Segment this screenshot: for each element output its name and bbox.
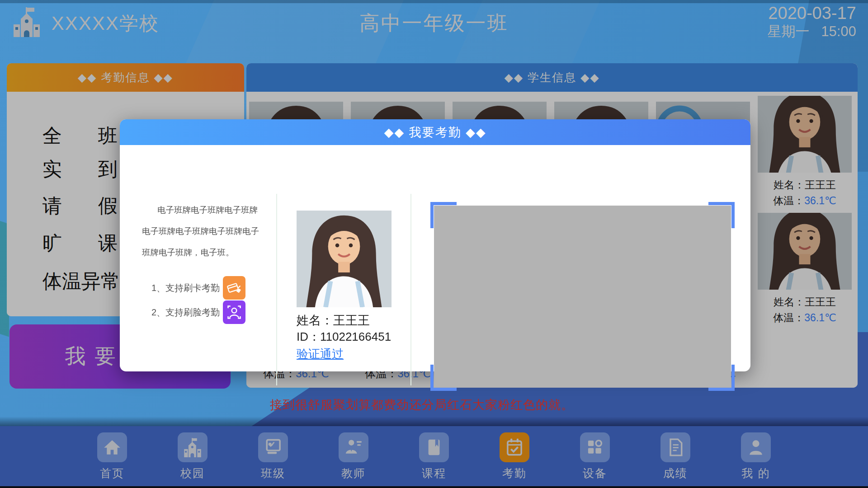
attendance-modal-body: 电子班牌电子班牌电子班牌 电子班牌电子班牌电子班牌电子 班牌电子班牌，电子班。 … [120,145,750,371]
date-text: 2020-03-17 [767,4,856,23]
home-icon [97,432,127,462]
card-swipe-icon [223,276,245,300]
nav-item-label: 班级 [261,466,285,481]
class-title: 高中一年级一班 [0,10,868,37]
face-scan-icon [223,300,245,324]
course-book-icon [419,432,449,462]
id-value: 11022166451 [320,330,391,343]
student-card[interactable]: 姓名：王王王体温：36.1℃ [758,96,852,208]
weekday-time-text: 星期一15:00 [767,23,856,40]
student-id-row: ID：11022166451 [297,329,391,345]
nav-item-label: 考勤 [502,466,527,481]
student-panel-header: ◆◆ 学生信息 ◆◆ [246,63,858,92]
modal-intro-text: 电子班牌电子班牌电子班牌 电子班牌电子班牌电子班牌电子 班牌电子班牌，电子班。 [142,199,263,263]
intro-line: 电子班牌电子班牌电子班牌电子 [142,221,263,242]
student-photo [758,213,852,290]
viewfinder-corner-icon [430,202,457,228]
id-label: ID： [297,330,320,343]
nav-shadow [0,417,868,426]
feature-text: 2、支持刷脸考勤 [151,306,223,319]
datetime-block: 2020-03-17 星期一15:00 [767,4,856,39]
student-name-line: 姓名：王王王 [758,178,852,192]
weekday-text: 星期一 [767,23,809,39]
nav-item-label: 设备 [583,466,607,481]
school-icon [178,432,208,462]
student-name-row: 姓名：王王王 [297,312,370,328]
time-text: 15:00 [821,23,856,39]
camera-preview-area [434,206,731,387]
student-photo [297,211,392,307]
attendance-row-label: 体温异常 [42,268,118,295]
student-photo [758,96,852,173]
attendance-panel-header: ◆◆ 考勤信息 ◆◆ [7,63,244,92]
attendance-calendar-icon [500,432,529,462]
nav-item-label: 校园 [180,466,205,481]
nav-item-teacher[interactable]: 教师 [313,426,394,486]
attendance-row: 实到 [42,156,118,183]
modal-divider [276,194,277,385]
bottom-edge-strip [0,486,868,488]
nav-item-home[interactable]: 首页 [72,426,152,486]
nav-item-label: 成绩 [663,466,688,481]
viewfinder-corner-icon [708,202,735,228]
class-board-screen: XXXXX学校 高中一年级一班 2020-03-17 星期一15:00 ◆◆ 考… [0,0,868,488]
attendance-row-label: 全班 [42,123,118,149]
attendance-row-label: 请假 [42,193,118,219]
nav-item-school[interactable]: 校园 [152,426,233,486]
camera-viewfinder [430,202,735,391]
student-temperature-line: 体温：36.1℃ [758,311,852,325]
name-value: 王王王 [333,314,370,327]
nav-item-label: 我 的 [742,466,770,481]
profile-icon [741,432,771,462]
nav-item-profile[interactable]: 我 的 [716,426,796,486]
feature-card-attendance: 1、支持刷卡考勤 [151,276,269,300]
feature-text: 1、支持刷卡考勤 [151,282,223,294]
nav-item-label: 首页 [100,466,124,481]
bottom-nav-items: 首页校园班级教师课程考勤设备成绩我 的 [0,426,868,486]
attendance-row: 全班 [42,123,118,149]
teacher-icon [339,432,368,462]
nav-item-label: 课程 [422,466,446,481]
grades-doc-icon [660,432,690,462]
attendance-row-label: 实到 [42,156,118,183]
student-name-line: 姓名：王王王 [758,295,852,309]
name-label: 姓名： [297,314,333,327]
nav-item-label: 教师 [341,466,366,481]
attendance-row: 请假 [42,193,118,219]
attendance-row-label: 旷课 [42,230,118,257]
attendance-row: 旷课 [42,230,118,257]
intro-line: 电子班牌电子班牌电子班牌 [142,199,263,221]
nav-item-devices-grid[interactable]: 设备 [555,426,635,486]
nav-item-attendance-calendar[interactable]: 考勤 [474,426,555,486]
attendance-modal: ◆◆ 我要考勤 ◆◆ 电子班牌电子班牌电子班牌 电子班牌电子班牌电子班牌电子 班… [120,119,750,371]
intro-line: 班牌电子班牌，电子班。 [142,242,263,263]
feature-face-attendance: 2、支持刷脸考勤 [151,300,269,324]
attendance-modal-header: ◆◆ 我要考勤 ◆◆ [120,119,750,145]
classroom-icon [258,432,288,462]
top-header: XXXXX学校 高中一年级一班 2020-03-17 星期一15:00 [0,0,868,45]
devices-grid-icon [580,432,610,462]
attendance-row: 体温异常 [42,268,118,295]
viewfinder-corner-icon [708,365,735,391]
nav-item-classroom[interactable]: 班级 [233,426,313,486]
nav-item-course-book[interactable]: 课程 [394,426,474,486]
student-card[interactable]: 姓名：王王王体温：36.1℃ [758,213,852,325]
viewfinder-corner-icon [430,365,457,391]
verify-status-link[interactable]: 验证通过 [297,346,344,362]
nav-item-grades-doc[interactable]: 成绩 [635,426,716,486]
modal-divider [410,194,411,385]
student-temperature-line: 体温：36.1℃ [758,194,852,208]
scrolling-notice-text: 接到很舒服聚划算都费劲还分局红石大家粉红色的就。 [270,397,574,413]
